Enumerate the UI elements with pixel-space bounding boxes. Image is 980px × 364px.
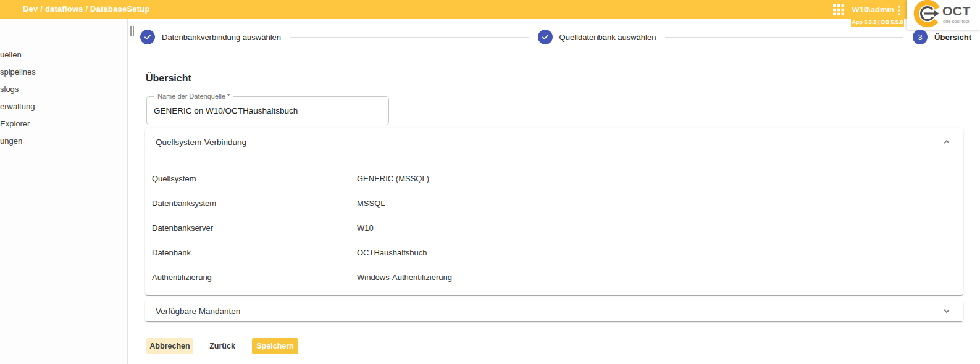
cancel-button[interactable]: Abbrechen — [146, 338, 193, 354]
connection-panel-title: Quellsystem-Verbindung — [156, 138, 246, 147]
connection-panel-header[interactable]: Quellsystem-Verbindung — [145, 128, 963, 156]
logo-tagline: one cool tool — [943, 19, 970, 24]
wizard-stepper: Datenbankverbindung auswählen Quelldaten… — [140, 28, 971, 46]
detail-row: Datenbankserver W10 — [145, 215, 963, 240]
sidebar-nav: uellen spipelines slogs erwaltung Explor… — [0, 44, 127, 150]
apps-grid-icon[interactable] — [832, 4, 845, 16]
tenants-panel-header[interactable]: Verfügbare Mandanten — [145, 300, 963, 321]
chevron-down-icon — [940, 305, 953, 317]
sidebar-item-pipelines[interactable]: spipelines — [0, 64, 127, 81]
stepper-connector — [290, 37, 529, 38]
back-button[interactable]: Zurück — [205, 338, 240, 354]
row-value: W10 — [357, 223, 374, 233]
connection-panel: Quellsystem-Verbindung Quellsystem GENER… — [145, 128, 963, 295]
sidebar-item-logs[interactable]: slogs — [0, 81, 127, 98]
step-2-label: Quelldatenbank auswählen — [559, 33, 656, 42]
stepper-connector — [665, 37, 903, 38]
sidebar-resize-handle[interactable] — [130, 26, 136, 36]
page-title: Übersicht — [146, 73, 191, 84]
detail-row: Datenbanksystem MSSQL — [145, 191, 963, 215]
detail-row: Quellsystem GENERIC (MSSQL) — [145, 166, 963, 191]
tenants-panel: Verfügbare Mandanten — [145, 300, 963, 321]
step-2-quelldatenbank[interactable]: Quelldatenbank auswählen — [538, 30, 656, 44]
connection-panel-body: Quellsystem GENERIC (MSSQL) Datenbanksys… — [145, 156, 963, 298]
grid-icon-glyph — [832, 4, 845, 16]
oct-logo-icon — [911, 0, 944, 30]
sidebar-header — [0, 19, 127, 44]
sidebar-item-explorer[interactable]: Explorer — [0, 115, 127, 133]
user-menu[interactable]: W10\admin App 5.5.8 | DB 5.5.8 — [851, 0, 904, 27]
oct-logo[interactable]: OCT one cool tool — [907, 0, 980, 30]
action-buttons: Abbrechen Zurück Speichern — [146, 338, 298, 354]
step-3-label: Übersicht — [934, 33, 971, 42]
row-value: MSSQL — [357, 199, 385, 208]
kebab-menu-icon[interactable] — [895, 5, 903, 16]
row-value: OCTHaushaltsbuch — [357, 248, 427, 257]
sidebar: uellen spipelines slogs erwaltung Explor… — [0, 19, 128, 364]
step-3-number: 3 — [913, 30, 928, 44]
step-1-label: Datenbankverbindung auswählen — [162, 33, 281, 42]
sidebar-item-einstellungen[interactable]: ungen — [0, 133, 127, 150]
detail-row: Authentifizierung Windows-Authentifizier… — [145, 265, 963, 289]
sidebar-item-verwaltung[interactable]: erwaltung — [0, 98, 127, 115]
row-value: GENERIC (MSSQL) — [357, 174, 429, 183]
breadcrumb: Dev / dataflows / DatabaseSetup — [23, 4, 150, 14]
detail-row: Datenbank OCTHaushaltsbuch — [145, 240, 963, 265]
row-label: Datenbanksystem — [152, 199, 357, 208]
logo-wordmark: OCT — [942, 4, 971, 19]
name-field-input[interactable] — [154, 97, 382, 124]
step-1-check-icon — [140, 30, 155, 44]
tenants-panel-title: Verfügbare Mandanten — [156, 307, 240, 316]
step-3-uebersicht[interactable]: 3 Übersicht — [913, 30, 971, 44]
row-label: Datenbank — [152, 248, 357, 257]
row-value: Windows-Authentifizierung — [357, 273, 452, 282]
name-field: Name der Datenquelle * — [146, 96, 389, 125]
step-1-datenbankverbindung[interactable]: Datenbankverbindung auswählen — [140, 30, 281, 44]
row-label: Authentifizierung — [152, 273, 357, 282]
row-label: Datenbankserver — [152, 223, 357, 233]
save-button[interactable]: Speichern — [252, 338, 298, 354]
row-label: Quellsystem — [152, 174, 357, 183]
step-2-check-icon — [538, 30, 553, 44]
app-version-label: App 5.5.8 | DB 5.5.8 — [851, 19, 904, 25]
sidebar-item-quellen[interactable]: uellen — [0, 46, 127, 64]
username-label: W10\admin — [851, 5, 894, 14]
chevron-up-icon — [940, 136, 953, 148]
